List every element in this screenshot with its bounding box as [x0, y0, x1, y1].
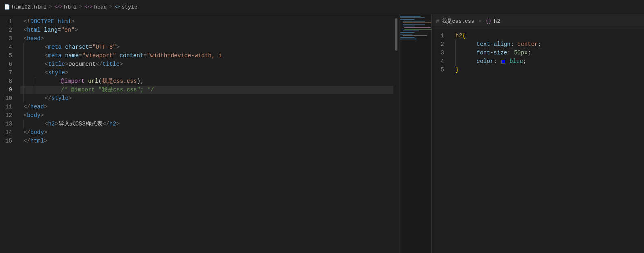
head-icon: </> [84, 4, 92, 9]
line-num-15: 15 [0, 137, 15, 145]
svg-rect-8 [404, 29, 431, 30]
code-line-6: <title>Document</title> [20, 60, 393, 69]
svg-rect-5 [403, 24, 425, 25]
right-code-line-2: text-align: center; [452, 40, 644, 49]
breadcrumb-sep-2: > [79, 4, 82, 10]
line-num-11: 11 [0, 103, 15, 111]
line-num-9: 9 [0, 86, 15, 94]
file-icon: 📄 [4, 4, 10, 10]
line-num-4: 4 [0, 43, 15, 52]
svg-rect-11 [400, 34, 412, 35]
right-line-num-1: 1 [432, 32, 447, 40]
code-line-5: <meta name="viewport" content="width=dev… [20, 52, 393, 60]
line-num-7: 7 [0, 69, 15, 77]
color-swatch-blue [501, 60, 505, 64]
svg-rect-3 [403, 21, 425, 22]
code-line-14: </body> [20, 128, 393, 137]
code-line-15: </html> [20, 137, 393, 145]
right-code-area: 1 2 3 4 5 h2{ text-align: center; font-s… [432, 28, 644, 253]
breadcrumb: 📄 html02.html > </> html > </> head > <>… [0, 0, 644, 14]
code-line-12: <body> [20, 111, 393, 120]
css-filename: 我是css.css [442, 17, 474, 25]
line-num-12: 12 [0, 111, 15, 120]
code-line-2: <html lang="en"> [20, 26, 393, 35]
left-scrollbar-thumb[interactable] [395, 18, 397, 51]
code-line-10: </style> [20, 94, 393, 103]
editor-container: 1 2 3 4 5 6 7 8 9 10 11 12 13 14 15 <! [0, 14, 644, 253]
left-editor-panel: 1 2 3 4 5 6 7 8 9 10 11 12 13 14 15 <! [0, 14, 432, 253]
svg-rect-1 [400, 17, 425, 18]
style-icon: <> [115, 4, 120, 9]
right-header-separator: > [478, 18, 481, 24]
code-line-3: <head> [20, 35, 393, 43]
right-panel-header: # 我是css.css > {} h2 [432, 14, 644, 28]
line-num-10: 10 [0, 94, 15, 103]
code-line-7: <style> [20, 69, 393, 77]
right-line-num-2: 2 [432, 40, 447, 49]
svg-rect-6 [403, 26, 415, 26]
line-num-2: 2 [0, 26, 15, 35]
line-num-3: 3 [0, 35, 15, 43]
code-line-8: @import url(我是css.css); [20, 77, 393, 86]
svg-rect-0 [400, 16, 421, 17]
selector-icon: {} [485, 18, 491, 24]
line-num-14: 14 [0, 128, 15, 137]
breadcrumb-sep-1: > [49, 4, 52, 10]
breadcrumb-label-html: html [64, 4, 77, 10]
right-line-num-3: 3 [432, 49, 447, 57]
line-num-13: 13 [0, 120, 15, 128]
breadcrumb-sep-3: > [109, 4, 112, 10]
svg-rect-14 [400, 39, 416, 39]
right-code-line-4: color: blue; [452, 57, 644, 66]
right-line-num-5: 5 [432, 66, 447, 74]
svg-rect-2 [400, 19, 414, 20]
left-scrollbar[interactable] [393, 14, 399, 253]
minimap-svg [399, 14, 431, 136]
right-code-lines[interactable]: h2{ text-align: center; font-size: 50px;… [452, 28, 644, 253]
html-icon: </> [54, 4, 62, 9]
line-num-5: 5 [0, 52, 15, 60]
left-code-lines[interactable]: <!DOCTYPE html> <html lang="en"> <head> … [20, 14, 393, 253]
svg-rect-7 [404, 27, 431, 28]
code-line-9: /* @import "我是css.css"; */ [20, 86, 393, 94]
breadcrumb-file[interactable]: 📄 html02.html [4, 4, 47, 10]
css-selector-label: h2 [494, 18, 500, 24]
line-numbers-left: 1 2 3 4 5 6 7 8 9 10 11 12 13 14 15 [0, 14, 20, 253]
right-code-line-3: font-size: 50px; [452, 49, 644, 57]
code-line-11: </head> [20, 103, 393, 111]
breadcrumb-label-file: html02.html [12, 4, 47, 10]
breadcrumb-label-style: style [122, 4, 137, 10]
svg-rect-4 [403, 22, 431, 23]
line-num-6: 6 [0, 60, 15, 69]
svg-rect-12 [403, 35, 427, 36]
svg-rect-9 [403, 30, 419, 31]
line-num-1: 1 [0, 17, 15, 26]
hash-icon: # [436, 18, 439, 24]
line-numbers-right: 1 2 3 4 5 [432, 28, 452, 253]
breadcrumb-head[interactable]: </> head [84, 4, 107, 10]
breadcrumb-style[interactable]: <> style [115, 4, 137, 10]
line-num-8: 8 [0, 77, 15, 86]
right-code-line-1: h2{ [452, 32, 644, 40]
code-line-13: <h2>导入式CSS样式表</h2> [20, 120, 393, 128]
left-minimap [399, 14, 431, 253]
svg-rect-10 [400, 32, 414, 33]
code-line-4: <meta charset="UTF-8"> [20, 43, 393, 52]
left-code-area: 1 2 3 4 5 6 7 8 9 10 11 12 13 14 15 <! [0, 14, 431, 253]
code-line-1: <!DOCTYPE html> [20, 17, 393, 26]
right-editor-panel: # 我是css.css > {} h2 1 2 3 4 5 h2{ [432, 14, 644, 253]
breadcrumb-html[interactable]: </> html [54, 4, 77, 10]
svg-rect-13 [400, 37, 414, 38]
breadcrumb-label-head: head [94, 4, 107, 10]
right-code-line-5: } [452, 66, 644, 74]
right-line-num-4: 4 [432, 57, 447, 66]
